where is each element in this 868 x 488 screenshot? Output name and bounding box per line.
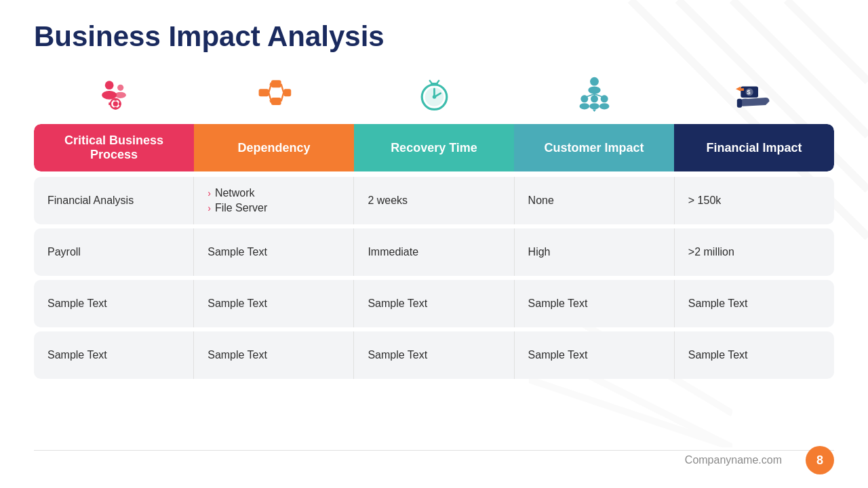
page-title: Business Impact Analysis bbox=[34, 20, 834, 53]
row3-col1: Sample Text bbox=[34, 280, 194, 327]
svg-rect-13 bbox=[114, 98, 117, 100]
svg-marker-46 bbox=[592, 109, 596, 112]
row1-col4: None bbox=[515, 177, 675, 224]
svg-line-21 bbox=[269, 83, 271, 92]
svg-marker-51 bbox=[736, 86, 741, 91]
row4-col2: Sample Text bbox=[194, 331, 354, 379]
customer-impact-icon bbox=[576, 75, 613, 113]
customer-impact-icon-cell bbox=[514, 70, 674, 117]
svg-rect-19 bbox=[271, 98, 281, 105]
dependency-flow-icon bbox=[256, 75, 293, 113]
row4-col1: Sample Text bbox=[34, 331, 194, 379]
financial-impact-icon: $ bbox=[736, 75, 773, 113]
svg-rect-16 bbox=[108, 102, 111, 105]
icons-row: $ bbox=[34, 70, 834, 117]
team-process-icon-cell bbox=[34, 70, 194, 117]
dep-item-1: › Network bbox=[208, 187, 254, 199]
footer-page-number: 8 bbox=[806, 446, 834, 474]
chevron-right-icon: › bbox=[208, 188, 211, 199]
row2-col1: Payroll bbox=[34, 228, 194, 276]
svg-line-32 bbox=[429, 80, 432, 83]
header-col3: Recovery Time bbox=[354, 124, 514, 171]
financial-impact-icon-cell: $ bbox=[674, 70, 834, 117]
svg-point-9 bbox=[117, 84, 123, 90]
svg-line-22 bbox=[269, 92, 271, 101]
header-col5: Financial Impact bbox=[674, 124, 834, 171]
footer-company: Companyname.com bbox=[685, 454, 782, 466]
row1-col3: 2 weeks bbox=[354, 177, 514, 224]
row3-col5: Sample Text bbox=[675, 280, 834, 327]
svg-line-24 bbox=[281, 92, 283, 101]
row2-col4: High bbox=[515, 228, 675, 276]
row4-col5: Sample Text bbox=[675, 331, 834, 379]
svg-rect-18 bbox=[271, 80, 281, 87]
header-col1: Critical Business Process bbox=[34, 124, 194, 171]
table-row: Sample Text Sample Text Sample Text Samp… bbox=[34, 280, 834, 327]
svg-point-42 bbox=[599, 103, 609, 109]
row1-col5: > 150k bbox=[675, 177, 834, 224]
svg-point-7 bbox=[104, 81, 113, 89]
row1-col2: › Network › File Server bbox=[194, 177, 354, 224]
row1-col1: Financial Analysis bbox=[34, 177, 194, 224]
table-row: Financial Analysis › Network › File Serv… bbox=[34, 177, 834, 224]
data-rows: Financial Analysis › Network › File Serv… bbox=[34, 177, 834, 379]
stopwatch-icon bbox=[416, 75, 453, 113]
svg-point-40 bbox=[579, 103, 589, 109]
svg-rect-14 bbox=[114, 106, 117, 109]
svg-line-23 bbox=[281, 83, 283, 92]
svg-point-34 bbox=[432, 95, 436, 99]
svg-point-35 bbox=[590, 77, 599, 85]
svg-rect-15 bbox=[118, 102, 121, 105]
header-col2: Dependency bbox=[194, 124, 354, 171]
svg-text:$: $ bbox=[747, 89, 750, 96]
row3-col4: Sample Text bbox=[515, 280, 675, 327]
svg-point-36 bbox=[588, 86, 600, 94]
table-row: Payroll Sample Text Immediate High >2 mi… bbox=[34, 228, 834, 276]
row2-col5: >2 million bbox=[675, 228, 834, 276]
row4-col3: Sample Text bbox=[354, 331, 514, 379]
svg-point-41 bbox=[589, 103, 599, 109]
team-process-icon bbox=[96, 75, 133, 113]
row2-col2: Sample Text bbox=[194, 228, 354, 276]
svg-rect-20 bbox=[283, 89, 291, 96]
footer: Companyname.com 8 bbox=[0, 446, 868, 474]
dep-item-2: › File Server bbox=[208, 202, 267, 214]
dependency-icon-cell bbox=[194, 70, 354, 117]
table-row: Sample Text Sample Text Sample Text Samp… bbox=[34, 331, 834, 379]
row3-col2: Sample Text bbox=[194, 280, 354, 327]
row3-col3: Sample Text bbox=[354, 280, 514, 327]
chevron-right-icon: › bbox=[208, 203, 211, 214]
header-col4: Customer Impact bbox=[514, 124, 674, 171]
row2-col3: Immediate bbox=[354, 228, 514, 276]
svg-point-12 bbox=[113, 101, 117, 106]
stopwatch-icon-cell bbox=[354, 70, 514, 117]
svg-point-10 bbox=[115, 92, 126, 98]
svg-line-33 bbox=[437, 80, 439, 83]
svg-rect-50 bbox=[736, 98, 741, 107]
row4-col4: Sample Text bbox=[515, 331, 675, 379]
svg-rect-17 bbox=[258, 89, 269, 96]
svg-rect-52 bbox=[741, 88, 744, 91]
header-row: Critical Business Process Dependency Rec… bbox=[34, 124, 834, 171]
